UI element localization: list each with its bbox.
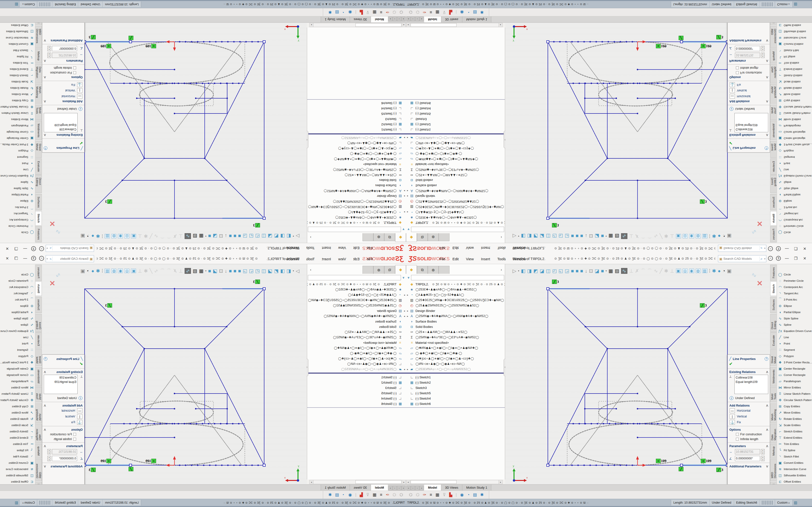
tree-item[interactable]: ▸ A ◯25ИN◉∘✚A✚◉ИNA◯∘◯ANИ◉✚A✚∘◉NИ52◯ [406,188,505,193]
option-row[interactable]: Infinite length [728,65,770,70]
tree-sketch-item[interactable]: ∟ (-) Sketch4 [406,106,505,111]
close-button[interactable]: ✕ [4,256,10,261]
commandmanager-tab[interactable]: Evaluate [770,158,776,175]
sketch-tool-item[interactable]: ⌐ Stretch Entities [0,428,34,435]
tree-item[interactable]: ★ ◯253Ɛ✚∘♟◉ʌAΦ◯∘◯ΦAʌ◉♟∘✚Ɛ352◯ [307,287,406,292]
length-spinner[interactable]: ▴▾ [47,53,51,58]
tree-sketch-item[interactable]: ∟ (-) Sketch5 [406,111,505,117]
tree-item[interactable]: ◗ Surface Bodies [406,183,505,188]
tab-nav-button[interactable]: » [388,17,393,21]
tree-item[interactable]: ▱ ◯✚ʒɔc∘♟◯∗◉I◯∘◯I◉∗◯♟∘cɔʒ✚◯ [307,356,406,361]
tree-sketch-item[interactable]: ▦ (-) Sketch2 [307,122,406,127]
commandmanager-tab[interactable]: Weldments [36,121,42,140]
sketch-tool-item[interactable]: ▭ Corner Rectangle [778,129,812,135]
sketch-tool-item[interactable]: ▪ Point [778,160,812,167]
sketch-tool-item[interactable]: ≋ Intersection Curve [0,35,34,41]
commandmanager-tab[interactable]: Sheet Metal [770,349,776,366]
motion-toolbar-icon[interactable]: ⌬ [416,10,419,14]
motion-toolbar-icon[interactable]: ⌬ [400,10,403,14]
sketch-tool-item[interactable]: ╱ Line [0,334,34,340]
account-icon[interactable]: ᴖ [768,256,773,261]
sketch-tool-item[interactable]: ✂ Trim Entities [0,60,34,66]
sketch-tool-item[interactable]: ◠ Centerpoint Arc [0,284,34,290]
tree-sketch-item[interactable]: ∟ Sketch3 [406,385,505,390]
angle-input[interactable] [52,46,77,51]
relation-badge[interactable]: ╱3 [253,223,260,227]
sketch-tool-item[interactable]: ◌ Perimeter Circle [0,278,34,284]
sketch-tool-item[interactable]: ⊏ Offset Entities [778,478,812,485]
option-row[interactable]: For construction [728,70,770,75]
sketch-tool-item[interactable]: ⊖ Ellipse [0,198,34,204]
tree-sketch-item[interactable]: ▦ (-) Sketch6 [406,101,505,106]
options-header[interactable]: Options ᐱ [728,75,770,80]
dimension-109-right[interactable]: ≡109 [101,459,111,463]
sketch-tool-item[interactable]: ↻ Rotate Entities [0,85,34,91]
motion-toolbar-icon[interactable]: ◉ [460,10,464,14]
add-relation-button[interactable]: — Horizontal [728,408,770,413]
sketch-tool-item[interactable]: ↻ Rotate Entities [0,416,34,422]
sketch-tool-item[interactable]: ╱ Line [778,167,812,173]
tree-sketch-item[interactable]: ∟ (-) Sketch4 [307,106,406,111]
angle-spinner[interactable]: ▴▾ [761,46,765,51]
menu-item[interactable]: Edit [452,257,459,262]
dimension-109-right[interactable]: ≡109 [701,459,711,463]
motion-tab[interactable]: 3D Views [350,16,371,22]
help-book-icon[interactable]: ▥ [15,2,18,7]
sketch-tool-item[interactable]: ❖ 3 Point Center Recta... [0,359,34,365]
featuremanager-tab[interactable] [439,233,450,241]
scroll-right-arrow[interactable]: ▸ [499,480,502,484]
featuremanager-tab[interactable]: ⊕ [428,233,439,241]
tab-nav-button[interactable]: › [393,486,397,490]
tree-sketch-item[interactable]: ∟ (-) Sketch4 [307,396,406,401]
tab-nav-button[interactable]: « [406,486,411,490]
existing-relations-header[interactable]: Existing Relations ᐱ [42,370,84,374]
motion-toolbar-icon[interactable]: ◉ [348,493,352,497]
scroll-thumb[interactable] [411,23,457,27]
scroll-right-arrow[interactable]: ▸ [310,480,313,484]
scroll-right-arrow[interactable]: ▸ [310,23,313,27]
scroll-thumb[interactable] [355,23,401,27]
relations-list[interactable]: Collinear108Equal length109 [44,113,78,132]
featuremanager-tab[interactable] [439,266,450,274]
commandmanager-tab[interactable]: Data Migration [770,64,776,83]
commandmanager-tab[interactable]: Mold Tools [36,387,42,402]
sketch-tool-item[interactable]: ❖ 3 Point Center Recta... [778,142,812,148]
motion-tab[interactable]: Model [424,485,441,491]
rollback-bar[interactable] [406,373,505,374]
menu-item[interactable]: File [366,257,373,262]
collapse-icon[interactable]: ᐱ [766,371,768,374]
sketch-tool-item[interactable]: ◝ Tangent Arc [0,211,34,217]
sketch-tool-item[interactable]: ╱ Line [0,167,34,173]
tree-sketch-item[interactable]: ▦ (-) Sketch2 [406,380,505,385]
option-row[interactable]: For construction [42,70,84,75]
motion-toolbar-icon[interactable]: ▤ [335,493,339,497]
sketch-tool-item[interactable]: ⋈ Mirror Entities [0,384,34,391]
commandmanager-tab[interactable]: Sheet Metal [770,141,776,158]
existing-relations-header[interactable]: Existing Relations ᐱ [42,133,84,137]
commandmanager-tab[interactable]: Markup [770,444,776,458]
sketch-tool-item[interactable]: ◖ Partial Ellipse [778,192,812,198]
tree-sketch-item[interactable]: ∟ (-) Sketch1 [307,127,406,132]
sketch-tool-item[interactable]: ↗ Move Entities [778,409,812,416]
commandmanager-tab[interactable]: Mold Tools [36,105,42,120]
motion-toolbar-icon[interactable]: ◉ [348,10,352,14]
featuremanager-tab[interactable]: ⊕ [373,266,384,274]
motion-toolbar-icon[interactable]: ▦ [373,10,376,14]
restore-button[interactable]: ❐ [793,246,799,251]
motion-toolbar-icon[interactable]: ▦ [436,493,439,497]
minimize-button[interactable]: — [784,256,790,261]
commandmanager-tab[interactable]: Surfaces [770,194,776,210]
sketch-tool-item[interactable]: ✂ Trim Entities [778,60,812,66]
motion-toolbar-icon[interactable]: ▙ [360,493,363,497]
tree-sketch-item[interactable]: ∟ (-) Sketch1 [307,375,406,380]
sketch-tool-item[interactable]: ↻ Rotate Entities [778,416,812,422]
motion-toolbar-icon[interactable]: ▦ [373,493,376,497]
tree-sketch-item[interactable]: ▦ (-) Sketch6 [307,101,406,106]
help-icon[interactable]: ? [31,256,36,261]
dimension-109-right[interactable]: ≡109 [101,44,111,48]
commandmanager-tab[interactable]: Features [770,226,776,242]
angle-spinner[interactable]: ▴▾ [47,46,51,51]
menu-item[interactable]: File [439,257,446,262]
motion-toolbar-icon[interactable]: ⌬ [409,493,412,497]
checkbox[interactable] [73,438,76,441]
